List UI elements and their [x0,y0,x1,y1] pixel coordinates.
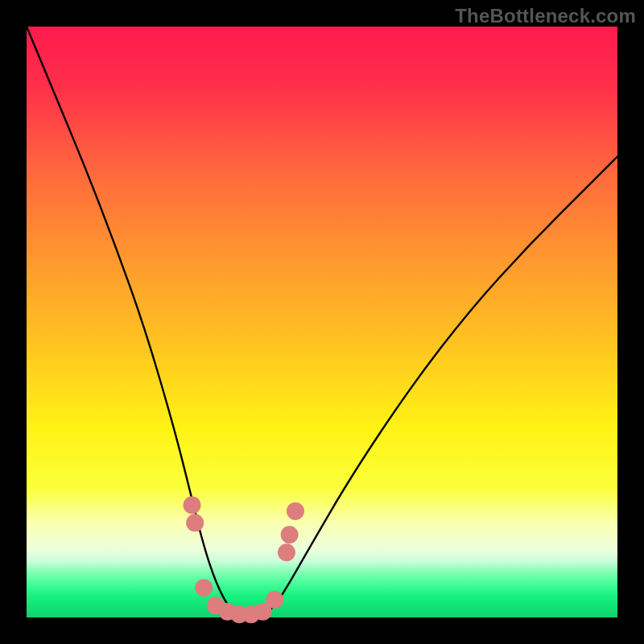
attribution-text: TheBottleneck.com [455,5,636,27]
bottleneck-chart [0,0,644,644]
curve-marker [186,514,204,532]
curve-marker [266,591,283,609]
curve-marker [195,579,213,597]
chart-frame: TheBottleneck.com [0,0,644,644]
curve-marker [184,497,201,514]
curve-marker [287,502,304,520]
plot-background [27,27,617,617]
curve-marker [281,526,299,543]
curve-marker [278,543,295,561]
